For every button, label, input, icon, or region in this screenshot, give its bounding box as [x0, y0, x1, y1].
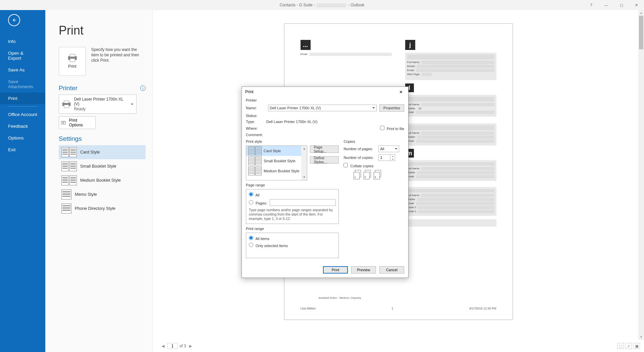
- preview-footer-left: Lisa Mildon: [301, 307, 316, 310]
- print-description: Specify how you want the item to be prin…: [91, 47, 140, 76]
- scroll-down-icon[interactable]: ▼: [638, 334, 644, 340]
- printer-name: Dell Laser Printer 1700n XL (V): [74, 97, 123, 106]
- dialog-style-card[interactable]: Card Style: [246, 146, 301, 156]
- printer-small-icon: [62, 100, 71, 108]
- dialog-title: Print: [245, 90, 254, 94]
- page-next-button[interactable]: ▶: [188, 344, 193, 348]
- style-thumb-icon: [61, 161, 77, 171]
- sidebar-item-save-attachments: Save Attachments: [0, 76, 45, 93]
- num-copies-spinner[interactable]: ▲▼: [378, 154, 395, 161]
- back-button[interactable]: [8, 14, 20, 26]
- close-window-button[interactable]: ✕: [629, 0, 644, 10]
- style-thumb-icon: [61, 175, 77, 185]
- properties-button[interactable]: Properties: [379, 104, 404, 112]
- dialog-cancel-button[interactable]: Cancel: [379, 266, 404, 274]
- dialog-style-medium-booklet[interactable]: Medium Booklet Style: [246, 166, 301, 176]
- num-copies-input[interactable]: [379, 155, 390, 161]
- maximize-button[interactable]: ▢: [614, 0, 629, 10]
- scroll-thumb[interactable]: [639, 16, 643, 49]
- window-title-prefix: Contacts - G Suite -: [280, 3, 315, 7]
- sidebar-item-print[interactable]: Print: [0, 93, 45, 104]
- collate-checkbox[interactable]: Collate copies: [343, 163, 373, 168]
- printer-info-icon[interactable]: i: [140, 85, 146, 91]
- style-memo[interactable]: Memo Style: [59, 187, 146, 201]
- page-range-group-title: Page range: [246, 183, 339, 187]
- style-phone-directory[interactable]: Phone Directory Style: [59, 201, 146, 216]
- spin-up-icon[interactable]: ▲: [390, 155, 395, 158]
- backstage-sidebar: Info Open & Export Save As Save Attachme…: [0, 10, 45, 352]
- sidebar-divider: [8, 106, 37, 107]
- preview-header-left: ...: [301, 40, 311, 50]
- page-total-label: of 3: [179, 344, 186, 348]
- help-button[interactable]: ?: [584, 0, 599, 10]
- page-range-pages-radio[interactable]: Pages:: [249, 200, 267, 205]
- style-thumb-icon: [61, 147, 77, 157]
- sidebar-item-open-export[interactable]: Open & Export: [0, 47, 45, 64]
- style-medium-booklet[interactable]: Medium Booklet Style: [59, 173, 146, 187]
- copies-group-title: Copies: [343, 139, 404, 143]
- page-number-input[interactable]: [167, 343, 177, 349]
- print-to-file-checkbox[interactable]: Print to file: [380, 126, 404, 131]
- sidebar-item-exit[interactable]: Exit: [0, 144, 45, 156]
- sidebar-item-save-as[interactable]: Save As: [0, 64, 45, 76]
- minimize-button[interactable]: —: [599, 0, 614, 10]
- page-prev-button[interactable]: ◀: [161, 344, 165, 348]
- scroll-up-icon[interactable]: ▲: [638, 10, 644, 16]
- multi-page-icon[interactable]: ▦: [633, 343, 640, 349]
- svg-rect-4: [64, 101, 69, 103]
- back-arrow-icon: [11, 17, 17, 23]
- print-range-all-items-radio[interactable]: All items: [249, 236, 269, 241]
- chevron-up-icon[interactable]: ▲: [301, 146, 307, 152]
- printer-status: Ready: [74, 107, 127, 111]
- print-options-icon: [61, 120, 67, 125]
- page-range-all-radio[interactable]: All: [249, 192, 260, 197]
- print-settings-panel: Print Print Specify how you want the ite…: [45, 10, 153, 352]
- collate-visual: 11 22 33: [354, 170, 404, 179]
- define-styles-button[interactable]: Define Styles...: [310, 156, 339, 164]
- preview-scrollbar[interactable]: ▲ ▼: [638, 10, 644, 340]
- sidebar-item-feedback[interactable]: Feedback: [0, 120, 45, 132]
- print-range-selected-radio[interactable]: Only selected items: [249, 243, 288, 248]
- chevron-down-icon[interactable]: ▼: [301, 174, 307, 180]
- dialog-preview-button[interactable]: Preview: [351, 266, 376, 274]
- dialog-close-button[interactable]: ✕: [396, 88, 406, 96]
- preview-header-right: j: [405, 40, 415, 50]
- printer-name-select[interactable]: Dell Laser Printer 1700n XL (V): [268, 105, 377, 111]
- settings-heading: Settings: [59, 135, 82, 142]
- printer-group-title: Printer: [246, 98, 404, 102]
- printer-heading: Printer: [59, 84, 77, 92]
- style-card[interactable]: Card Style: [59, 145, 146, 159]
- dialog-style-list: Card Style Small Booklet Style Medium Bo…: [246, 146, 301, 180]
- print-styles-list: Card Style Small Booklet Style Medium Bo…: [59, 145, 146, 216]
- dialog-print-button[interactable]: Print: [323, 266, 348, 274]
- svg-rect-1: [70, 54, 75, 57]
- sidebar-item-office-account[interactable]: Office Account: [0, 109, 45, 120]
- pages-input[interactable]: [270, 199, 336, 206]
- printer-select[interactable]: Dell Laser Printer 1700n XL (V) Ready: [59, 95, 137, 114]
- print-style-group-title: Print style: [246, 139, 339, 143]
- style-thumb-icon: [61, 203, 71, 214]
- num-pages-select[interactable]: All: [378, 145, 399, 152]
- page-title: Print: [59, 23, 146, 38]
- preview-footer-right: 3/17/2019 12:30 PM: [469, 307, 496, 310]
- window-title-suffix: - Outlook: [348, 3, 365, 7]
- fit-page-icon[interactable]: ⤢: [625, 343, 632, 349]
- style-small-booklet[interactable]: Small Booklet Style: [59, 159, 146, 173]
- print-tile[interactable]: Print: [59, 47, 86, 76]
- style-list-scrollbar[interactable]: ▲▼: [301, 146, 307, 180]
- style-thumb-icon: [61, 189, 71, 199]
- sidebar-item-options[interactable]: Options: [0, 132, 45, 144]
- spin-down-icon[interactable]: ▼: [390, 158, 395, 161]
- print-options-button[interactable]: Print Options: [59, 116, 96, 129]
- print-tile-label: Print: [68, 64, 76, 69]
- preview-footer-center: 1: [391, 307, 393, 310]
- actual-size-icon[interactable]: ⬚: [617, 343, 624, 349]
- page-setup-button[interactable]: Page Setup...: [310, 145, 339, 153]
- sidebar-item-info[interactable]: Info: [0, 36, 45, 47]
- page-range-hint: Type page numbers and/or page ranges sep…: [249, 208, 336, 221]
- preview-role-line: Assistant Editor - Medium, Odyssey: [319, 296, 361, 299]
- name-label: Name:: [246, 106, 265, 110]
- print-range-group-title: Print range: [246, 227, 339, 231]
- print-dialog: Print ✕ Printer Name: Dell Laser Printer…: [241, 86, 409, 278]
- dialog-style-small-booklet[interactable]: Small Booklet Style: [246, 156, 301, 166]
